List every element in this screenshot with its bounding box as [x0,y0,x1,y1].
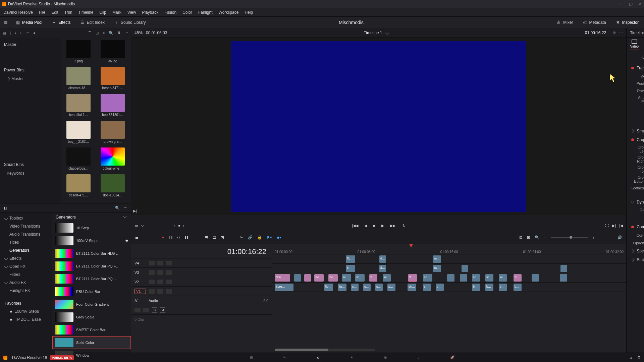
enable-dot-icon[interactable] [631,67,634,69]
generator-item[interactable]: 100mV Steps★ [52,234,131,247]
toolbox-nav-item[interactable]: Filters [0,270,52,279]
mixer-button[interactable]: ⫛Mixer [554,19,575,26]
media-thumb[interactable]: bee-561801… [97,94,129,120]
menu-color[interactable]: Color [182,10,192,15]
media-thumb[interactable]: 36.jpg [97,40,129,66]
play-button[interactable]: ▶ [381,224,384,228]
dynamic-trim-icon[interactable]: ⟨⟩ [177,235,180,240]
cropping-header[interactable]: Cropping↺ [627,135,644,144]
volume-icon[interactable]: 🔊 [618,235,622,240]
smart-bins-header[interactable]: Smart Bins [0,160,60,169]
clip[interactable]: p… [387,284,395,291]
search-toolbox-icon[interactable]: 🔍 [115,206,120,210]
track-toggle-icon[interactable] [149,289,155,294]
media-thumb[interactable]: doe-18014… [97,174,129,200]
page-color[interactable]: ◉ [382,355,389,360]
prev-edit-icon[interactable]: ‹ [174,224,175,228]
nav-fwd-icon[interactable]: › [20,31,22,35]
page-fairlight[interactable]: ♪ [416,355,422,360]
close-button[interactable]: ✕ [639,2,642,6]
clip[interactable]: d… [379,255,386,263]
power-bins-header[interactable]: Power Bins [0,66,60,74]
media-thumb[interactable]: brown gra… [97,121,129,147]
zoom-plus-icon[interactable]: + [593,236,595,240]
generator-item[interactable]: EBU Color Bar [52,285,131,298]
grid-layout-icon[interactable]: ⊞ [96,31,99,35]
media-thumb[interactable]: abstract-18… [62,67,95,93]
audio-track-row[interactable] [272,301,626,318]
transport-dropdown-icon[interactable] [141,223,144,227]
composite-header[interactable]: Composite↺ [627,223,644,231]
prev-frame-button[interactable]: ◀ [364,224,367,228]
menu-workspace[interactable]: Workspace [219,10,239,15]
dynamic-zoom-header[interactable]: Dynamic Zoom↺ [627,198,644,206]
power-bin-master[interactable]: Master [0,74,60,83]
clip[interactable]: So… [314,274,324,282]
tab-video[interactable]: Video [630,40,639,50]
audio-sub-header[interactable]: SM [131,305,272,314]
sort-icon[interactable]: ⇅ [117,31,120,35]
page-cut[interactable]: ✂ [281,355,288,360]
clip[interactable]: lig… [338,284,346,291]
media-thumb[interactable]: desert-471… [62,174,95,200]
subtab-generator[interactable]: Generator [627,52,644,62]
edit-dot-icon[interactable]: ● [178,224,180,228]
media-thumb[interactable]: beach-3471… [97,67,129,93]
clip[interactable]: sc… [383,274,391,282]
menu-file[interactable]: File [39,10,45,15]
clip[interactable]: b… [472,284,480,291]
menu-edit[interactable]: Edit [51,10,58,15]
menu-fusion[interactable]: Fusion [164,10,176,15]
toolbox-nav-item[interactable]: Video Transitions [0,222,52,230]
toolbox-nav-item[interactable]: Audio FX [0,279,52,287]
clip[interactable]: b… [436,284,444,291]
blade-tool-icon[interactable]: ▮▮ [184,235,189,240]
clip[interactable]: lig… [324,284,333,291]
track-name[interactable]: V3 [135,270,146,275]
track-toggle-icon[interactable] [157,270,163,275]
generators-header[interactable]: Generators [56,215,76,220]
timeline-name[interactable]: Timeline 1 [364,31,382,35]
horizontal-scrollbar[interactable] [275,349,375,351]
solo-mute-button[interactable]: S [152,307,157,313]
first-frame-button[interactable]: |◀◀ [352,224,358,228]
clip[interactable]: sc… [355,274,365,282]
clip[interactable]: b… [499,284,507,291]
clip[interactable]: d… [379,265,386,272]
inspector-button[interactable]: ✖Inspector [613,19,641,26]
clip[interactable]: sc… [499,274,507,282]
zoom-out-full-icon[interactable]: ⊡ [519,235,522,240]
clip[interactable]: b… [485,284,493,291]
menu-trim[interactable]: Trim [64,10,72,15]
toolbox-nav-item[interactable]: Audio Transitions [0,230,52,238]
minimize-button[interactable]: — [619,2,623,6]
clip[interactable]: S… [514,274,522,282]
page-edit[interactable]: ⫻ [315,355,322,360]
track-toggle-icon[interactable] [166,270,172,275]
track-header[interactable]: V4 [131,258,272,267]
menu-playback[interactable]: Playback [142,10,158,15]
insert-icon[interactable]: ⬒ [205,235,208,240]
track-name[interactable]: V1 [135,289,146,294]
enable-dot-icon[interactable] [631,138,634,141]
menu-help[interactable]: Help [245,10,253,15]
zoom-detail-icon[interactable]: ⊞ [527,235,530,240]
clip[interactable]: s… [423,284,431,291]
clip[interactable]: S… [369,274,377,282]
replace-icon[interactable]: ⬔ [221,235,224,240]
list-layout-icon[interactable]: ☰ [88,31,92,35]
lock-track-icon[interactable] [135,308,141,312]
last-frame-button[interactable]: ▶▶| [390,224,396,228]
track-header[interactable]: V1 [131,286,272,296]
generator-item[interactable]: 10 Step [52,222,131,234]
clip[interactable]: s… [351,284,359,291]
flag-icon[interactable]: ⚑▾ [267,235,272,240]
track-row[interactable]: Scre…lig…lig…s…s…s…p…gir…s…b…b…b…b…b… [272,282,626,292]
overwrite-icon[interactable]: ⬓ [213,235,216,240]
clip[interactable] [462,265,468,272]
track-row[interactable]: Sc…d…ra… [272,254,626,263]
timeline-ruler[interactable]: 01:00:00:0001:00:08:0001:00:16:0001:00:2… [272,244,626,254]
media-thumb[interactable]: beautiful-1… [62,94,95,120]
generator-item[interactable]: Four Color Gradient [52,298,131,311]
clip[interactable]: sc… [342,274,351,282]
